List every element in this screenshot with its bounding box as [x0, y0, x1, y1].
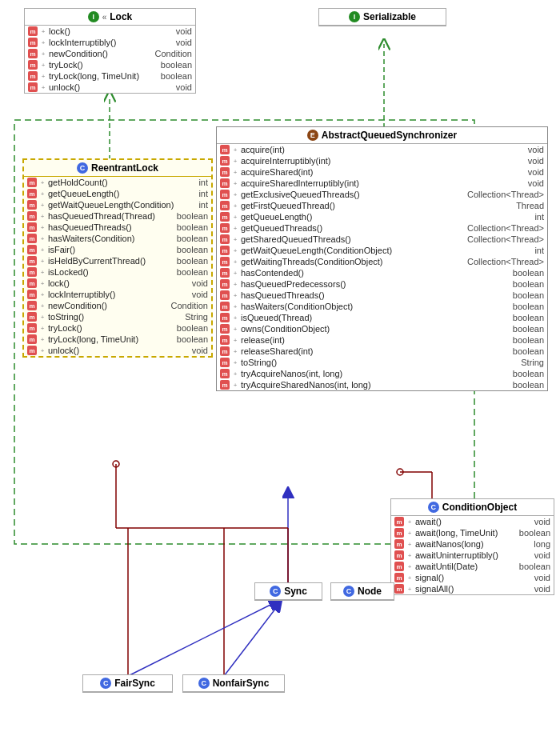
m: m: [220, 246, 230, 255]
m: m: [220, 358, 230, 367]
conditionobject-header: C ConditionObject: [391, 499, 554, 516]
reentrantlock-name: ReentrantLock: [91, 162, 158, 174]
m: m: [220, 346, 230, 356]
reentrantlock-header: C ReentrantLock: [24, 160, 211, 177]
aqs-name: AbstractQueuedSynchronizer: [322, 130, 457, 141]
conditionobject-methods: m+await()void m+await(long, TimeUnit)boo…: [391, 516, 554, 594]
reentrantlock-type-icon: C: [77, 162, 88, 174]
lock-stereotype: «: [102, 13, 107, 22]
m: m: [394, 573, 404, 582]
m: m: [220, 212, 230, 222]
lock-method-5: m + unlock() void: [25, 82, 195, 93]
lock-method-2: m + newCondition() Condition: [25, 48, 195, 59]
nonfairsync-type-icon: C: [198, 678, 210, 689]
nonfairsync-header: C NonfairSync: [183, 675, 284, 692]
method-return: void: [176, 26, 192, 36]
reentrantlock-methods: m+getHoldCount()int m+getQueueLength()in…: [24, 177, 211, 356]
m: m: [220, 156, 230, 166]
lock-method-3: m + tryLock() boolean: [25, 59, 195, 70]
serializable-type-icon: I: [349, 11, 360, 22]
fairsync-name: FairSync: [114, 678, 155, 689]
method-icon: m: [28, 60, 38, 70]
m: m: [220, 201, 230, 210]
sync-name: Sync: [284, 586, 307, 597]
conditionobject-type-icon: C: [428, 502, 439, 513]
method-return: boolean: [161, 60, 192, 70]
method-name: lockInterruptibly(): [49, 38, 171, 47]
m: m: [27, 211, 37, 221]
vis-icon: +: [39, 27, 47, 35]
lock-class: I « Lock m + lock() void m + lockInterru…: [24, 8, 196, 94]
m: m: [27, 234, 37, 243]
conditionobject-class: C ConditionObject m+await()void m+await(…: [390, 498, 554, 595]
method-name: tryLock(long, TimeUnit): [49, 71, 156, 81]
m: m: [220, 302, 230, 311]
m: m: [27, 334, 37, 344]
m: m: [27, 323, 37, 333]
nonfairsync-name: NonfairSync: [213, 678, 270, 689]
sync-type-icon: C: [270, 586, 281, 597]
aqs-header: E AbstractQueuedSynchronizer: [217, 127, 547, 144]
m: m: [27, 267, 37, 277]
method-name: newCondition(): [49, 49, 150, 58]
m: m: [27, 346, 37, 355]
m: m: [220, 369, 230, 378]
method-icon: m: [28, 71, 38, 81]
m: m: [27, 290, 37, 299]
m: m: [27, 189, 37, 198]
svg-line-14: [128, 604, 272, 676]
node-name: Node: [358, 586, 382, 597]
lock-header: I « Lock: [25, 9, 195, 26]
m: m: [27, 200, 37, 210]
serializable-class: I Serializable: [318, 8, 446, 26]
aqs-methods: m+acquire(int)void m+acquireInterruptibl…: [217, 144, 547, 390]
m: m: [394, 562, 404, 571]
method-name: lock(): [49, 26, 171, 36]
m: m: [27, 256, 37, 266]
m: m: [220, 178, 230, 188]
m: m: [220, 190, 230, 199]
m: m: [220, 167, 230, 177]
m: m: [394, 528, 404, 538]
m: m: [220, 223, 230, 233]
method-icon: m: [28, 26, 38, 36]
m: m: [394, 550, 404, 560]
m: m: [220, 279, 230, 289]
method-return: Condition: [155, 49, 192, 58]
m: m: [27, 245, 37, 254]
method-return: boolean: [161, 71, 192, 81]
lock-method-4: m + tryLock(long, TimeUnit) boolean: [25, 70, 195, 82]
vis-icon: +: [39, 38, 47, 46]
method-icon: m: [28, 49, 38, 58]
vis-icon: +: [39, 72, 47, 80]
lock-method-1: m + lockInterruptibly() void: [25, 37, 195, 48]
serializable-name: Serializable: [363, 11, 416, 22]
m: m: [220, 313, 230, 322]
reentrantlock-class: C ReentrantLock m+getHoldCount()int m+ge…: [22, 158, 213, 358]
m: m: [220, 145, 230, 154]
lock-type-icon: I: [88, 11, 99, 22]
method-name: tryLock(): [49, 60, 156, 70]
m: m: [27, 312, 37, 322]
fairsync-header: C FairSync: [83, 675, 172, 692]
conditionobject-name: ConditionObject: [442, 502, 517, 513]
node-header: C Node: [331, 583, 394, 600]
node-type-icon: C: [343, 586, 354, 597]
m: m: [220, 335, 230, 345]
m: m: [27, 301, 37, 310]
lock-methods: m + lock() void m + lockInterruptibly() …: [25, 26, 195, 93]
m: m: [220, 290, 230, 300]
fairsync-type-icon: C: [100, 678, 111, 689]
m: m: [220, 324, 230, 334]
svg-point-16: [397, 469, 403, 475]
aqs-class: E AbstractQueuedSynchronizer m+acquire(i…: [216, 126, 548, 391]
m: m: [394, 517, 404, 526]
m: m: [27, 222, 37, 232]
sync-class: C Sync: [254, 582, 322, 601]
m: m: [220, 380, 230, 390]
aqs-type-icon: E: [307, 130, 318, 141]
method-icon: m: [28, 82, 38, 92]
vis-icon: +: [39, 50, 47, 58]
method-return: void: [176, 82, 192, 92]
m: m: [27, 178, 37, 187]
